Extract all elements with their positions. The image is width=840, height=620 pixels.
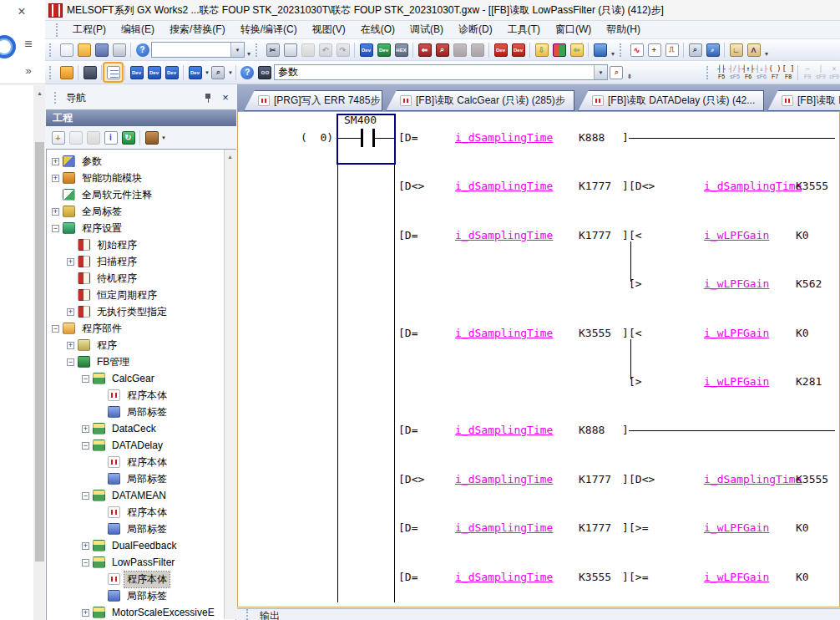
tree-item-DualFeedback[interactable]: +DualFeedback [47, 537, 235, 554]
instruction-opcode[interactable]: [D= [398, 571, 417, 584]
operand-constant[interactable]: K0 [796, 327, 809, 340]
operand-label[interactable]: i_dSamplingTime [455, 229, 553, 242]
operand-label[interactable]: i_wLPFGain [704, 229, 769, 242]
chevron-down-icon[interactable]: ▼ [230, 43, 244, 57]
operand-label[interactable]: i_dSamplingTime [455, 327, 553, 340]
collapse-minus-icon[interactable]: − [67, 358, 74, 366]
tree-item-全局标签[interactable]: +全局标签 [47, 203, 235, 220]
tree-item-恒定周期程序[interactable]: 恒定周期程序 [47, 287, 235, 303]
instruction-opcode[interactable]: [D= [398, 424, 417, 437]
operand-constant[interactable]: K0 [796, 229, 809, 242]
instruction-opcode[interactable]: [D<> [398, 473, 424, 486]
expand-plus-icon[interactable]: + [82, 609, 89, 617]
undo-button[interactable]: ↶ [316, 41, 334, 58]
device-find-button[interactable]: Dev [128, 64, 145, 81]
operand-constant[interactable]: K3555 [796, 180, 828, 193]
new-project-button[interactable] [58, 41, 75, 58]
operand-constant[interactable]: K3555 [579, 327, 611, 340]
nav-refresh-button[interactable]: ↻ [119, 129, 137, 146]
help2-button[interactable]: ? [239, 64, 256, 81]
ladder-symbol-button-sF5[interactable]: ┤/├sF5 [728, 63, 741, 83]
tree-item-DATADelay[interactable]: −DATADelay [47, 437, 235, 454]
operand-constant[interactable]: K888 [579, 424, 605, 437]
tree-item-初始程序[interactable]: 初始程序 [47, 236, 235, 253]
operand-label[interactable]: i_dSamplingTime [455, 131, 553, 145]
drag-grip[interactable] [706, 66, 712, 79]
tree-item-程序设置[interactable]: −程序设置 [47, 220, 235, 236]
print-button[interactable] [110, 41, 128, 58]
device-comment-search-button[interactable]: Dev [357, 41, 375, 58]
operand-constant[interactable]: K1777 [579, 473, 611, 486]
operand-label[interactable]: i_wLPFGain [704, 571, 769, 584]
ladder-symbol-button-F6[interactable]: ┤↑├F6 [741, 63, 755, 83]
tree-item-无执行类型指定[interactable]: +无执行类型指定 [47, 303, 235, 320]
monitor-mode-button[interactable] [591, 41, 609, 58]
tree-item-程序本体[interactable]: 程序本体 [47, 387, 235, 404]
trace-wave-button[interactable]: ⎍ [663, 41, 681, 58]
navigation-close-icon[interactable]: × [219, 92, 232, 104]
step-exec-button[interactable] [550, 41, 568, 58]
ladder-symbol-button-F8[interactable]: [ ]F8 [782, 63, 795, 83]
external-close-icon[interactable]: × [14, 4, 29, 19]
operand-constant[interactable]: K3555 [796, 473, 828, 486]
work-window-toggle-button[interactable] [104, 64, 122, 81]
window-select-combo[interactable]: ▼ [151, 42, 245, 58]
document-tab-1[interactable]: [PRG]写入 ERR 7485步 [244, 90, 382, 111]
ladder-symbol-button-F7[interactable]: ( )F7 [768, 63, 782, 83]
tree-item-CalcGear[interactable]: −CalcGear [47, 370, 235, 387]
operand-label[interactable]: i_wLPFGain [704, 521, 769, 535]
step-break-button[interactable]: ⇦ [568, 41, 585, 58]
scroll-up-icon[interactable]: ▲ [36, 90, 43, 97]
tree-item-局部标签[interactable]: 局部标签 [47, 521, 235, 537]
operand-label[interactable]: i_wLPFGain [704, 277, 769, 291]
toolbar-overflow-icon[interactable]: ⇟ [625, 65, 634, 80]
scale-check-button[interactable]: ∟ [727, 41, 745, 58]
drag-grip[interactable] [49, 43, 55, 57]
operand-constant[interactable]: K888 [579, 131, 605, 145]
operand-constant[interactable]: K0 [796, 571, 809, 584]
save-project-button[interactable] [93, 41, 110, 58]
chevron-expand-icon[interactable]: » [22, 65, 35, 77]
operand-label[interactable]: i_dSamplingTime [455, 521, 553, 535]
menu-item-3[interactable]: 搜索/替换(F) [163, 21, 232, 38]
collapse-minus-icon[interactable]: − [82, 442, 89, 450]
step-run-button[interactable]: ⇩ [533, 41, 550, 58]
document-tab-3[interactable]: [FB]读取 DATADelay (只读) (42... [578, 90, 764, 111]
tree-item-程序本体[interactable]: 程序本体 [47, 454, 235, 470]
instruction-opcode[interactable]: [D= [398, 229, 417, 242]
operand-constant[interactable]: K281 [796, 375, 822, 389]
external-scrollbar-thumb[interactable] [35, 142, 44, 562]
pin-icon[interactable] [202, 92, 214, 104]
menu-item-5[interactable]: 视图(V) [306, 21, 352, 38]
plc-remote-button[interactable] [468, 41, 486, 58]
cut-button[interactable]: ✂ [264, 41, 281, 58]
instruction-opcode[interactable]: [D= [398, 521, 417, 535]
scale-verify-button[interactable]: Λ [745, 41, 762, 58]
menu-item-10[interactable]: 窗口(W) [549, 21, 598, 38]
toolbar-overflow-icon[interactable]: ▾ [609, 43, 617, 58]
sampling-trace-button[interactable]: ∿ [628, 41, 645, 58]
tree-item-全局软元件注释[interactable]: 全局软元件注释 [47, 186, 235, 203]
tree-item-程序本体[interactable]: 程序本体 [47, 504, 235, 521]
tree-item-DataCeck[interactable]: +DataCeck [47, 420, 235, 437]
expand-plus-icon[interactable]: + [52, 208, 59, 216]
operand-constant[interactable]: K1777 [579, 229, 611, 242]
operand-label[interactable]: i_dSamplingTime [455, 473, 553, 486]
redo-button[interactable]: ↷ [334, 41, 352, 58]
expand-plus-icon[interactable]: + [82, 425, 89, 433]
operand-label[interactable]: i_wLPFGain [704, 375, 769, 389]
operand-label[interactable]: i_dSamplingTime [455, 180, 553, 193]
instruction-opcode[interactable]: [> [629, 375, 642, 389]
operand-label[interactable]: i_dSamplingTime [704, 473, 802, 486]
menu-item-1[interactable]: 工程(P) [66, 21, 113, 38]
tree-item-程序[interactable]: +程序 [47, 337, 235, 353]
operand-label[interactable]: i_wLPFGain [704, 327, 769, 340]
project-tree-toggle-button[interactable] [58, 64, 75, 81]
operand-label[interactable]: i_dSamplingTime [704, 180, 802, 193]
operand-constant[interactable]: K1777 [579, 180, 611, 193]
menu-item-8[interactable]: 诊断(D) [452, 21, 499, 38]
device-batch-button[interactable]: Dev [163, 64, 180, 81]
menu-item-7[interactable]: 调试(B) [403, 21, 450, 38]
tree-item-DATAMEAN[interactable]: −DATAMEAN [47, 487, 235, 504]
collapse-minus-icon[interactable]: − [82, 492, 89, 500]
